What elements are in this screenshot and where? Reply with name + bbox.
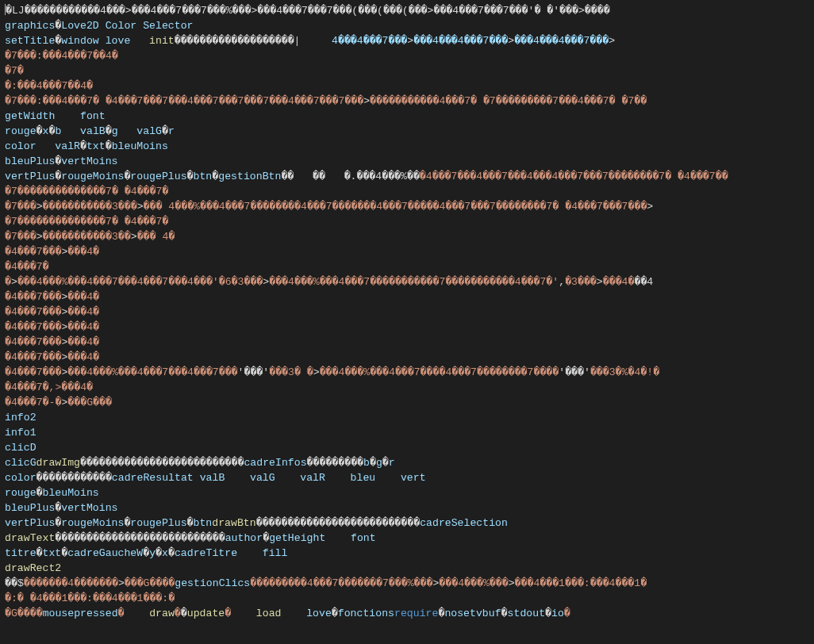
code-token: ��� 4�	[137, 231, 175, 243]
code-token: �4���7�-�	[5, 397, 61, 408]
code-token: �4���7���	[5, 366, 61, 378]
code-token: ���G���	[67, 397, 112, 408]
code-line: �4���7���>���4�	[5, 291, 99, 303]
code-line: �4���7���>���4���%���4���7���4���7���'��…	[5, 366, 659, 378]
code-line: �7��������������7� �4���7�	[5, 216, 168, 228]
code-token: �4���7���	[5, 306, 61, 318]
code-token: �	[36, 125, 43, 137]
code-token: �7�	[5, 65, 24, 77]
code-token: �	[36, 487, 43, 499]
code-line: ��$�������4�������>���G����gestionClics�…	[5, 577, 647, 589]
code-token: drawImg	[36, 457, 80, 469]
code-line: setTitle�window love init���������������…	[5, 35, 615, 47]
code-token: >	[609, 35, 615, 47]
code-token: io	[551, 608, 564, 619]
code-token: �4���7���	[5, 336, 61, 348]
code-token: �	[162, 125, 168, 137]
code-token: ���4���%��	[320, 366, 382, 378]
code-token: drawRect2	[5, 562, 61, 574]
code-token	[36, 140, 56, 152]
code-token: ���4	[67, 321, 93, 333]
code-token	[231, 608, 256, 619]
code-token: ���4���4���7���	[413, 35, 508, 47]
code-token: �7���:���4���7��4�	[5, 50, 118, 62]
code-token: 4���4���7���	[332, 35, 407, 47]
code-token: rougePlus	[130, 171, 186, 182]
code-token: �����������4���7� �7���������7���4���7� …	[370, 95, 647, 107]
code-token: rougeMoins	[61, 517, 124, 529]
code-line: �7�	[5, 65, 24, 77]
code-token: ���4���1���:���4���1�	[515, 577, 647, 589]
code-token: ���4�	[67, 291, 99, 303]
code-token: ���4���4���7���	[514, 35, 609, 47]
code-token: �4���7���4���7���4���4���7���7��������7�…	[420, 171, 728, 182]
code-token: ���4���%���4���7�����������7�����������4…	[269, 276, 559, 288]
code-token: �	[187, 171, 194, 182]
code-token: �	[564, 608, 570, 619]
code-line: �4���7���>���4�	[5, 336, 99, 348]
code-token: gestionClics	[175, 577, 250, 589]
code-token: �4���7����4���7��������7����	[382, 366, 559, 378]
code-token: btn	[194, 517, 213, 529]
code-token: �	[501, 608, 508, 619]
code-token: vertPlus	[5, 517, 55, 529]
code-token: Love2D Color Selector	[61, 20, 193, 32]
code-token: �4���7���4���7���4���'�6�3���	[80, 276, 263, 288]
code-token: �	[168, 547, 175, 559]
code-token	[194, 472, 200, 484]
code-token: ������������	[36, 472, 112, 484]
code-token: �� ��	[281, 171, 344, 182]
code-line: �4���7���>���4�	[5, 306, 99, 318]
code-line: titre�txt�cadreGaucheW�y�x�cadreTitre fi…	[5, 547, 287, 559]
code-token: �	[143, 547, 149, 559]
code-token: �7���	[5, 201, 36, 213]
code-token: �	[332, 608, 338, 619]
code-line: �7���:���4���7��4�	[5, 50, 118, 62]
code-token: ���4���%���	[439, 577, 508, 589]
code-token: �	[175, 608, 181, 619]
code-token: >	[118, 577, 125, 589]
code-token	[55, 110, 80, 122]
code-token: rouge	[5, 487, 36, 499]
code-token: ���4���%��	[67, 366, 130, 378]
code-token: ���������������������������	[55, 532, 225, 544]
code-token: �G����	[5, 608, 43, 619]
code-token: ���3�%�4�!�	[590, 366, 659, 378]
code-token: �	[93, 321, 99, 333]
code-token: txt	[86, 140, 106, 152]
code-token: init	[149, 35, 175, 47]
code-token: �	[80, 140, 86, 152]
code-token: valR	[55, 140, 80, 152]
code-token: drawBtn	[212, 517, 255, 529]
code-token: font	[80, 110, 106, 122]
code-token: gestionBtn	[218, 171, 281, 182]
code-token: x	[162, 547, 168, 559]
code-token: valG	[136, 125, 162, 137]
code-line: �4���7�	[5, 261, 49, 273]
code-line: bleuPlus�vertMoins	[5, 502, 118, 514]
code-token: �3���	[565, 276, 597, 288]
code-line: info2	[5, 412, 36, 424]
code-token: �	[156, 547, 162, 559]
code-token: �7���	[5, 231, 36, 243]
code-token: author	[225, 532, 263, 544]
code-token: >	[363, 95, 370, 107]
code-token: txt	[43, 547, 62, 559]
code-line: drawText���������������������������autho…	[5, 532, 376, 544]
code-token: rouge	[5, 125, 36, 137]
code-token: ��������������������������	[80, 457, 244, 469]
code-token: ���4�	[603, 276, 635, 288]
code-token: '���'	[238, 366, 270, 378]
code-token: ���4�	[67, 306, 99, 318]
code-token: info1	[5, 427, 36, 439]
code-token: vertMoins	[61, 155, 117, 167]
code-token: >	[36, 231, 43, 243]
code-token: love	[306, 608, 332, 619]
code-token: font	[351, 532, 376, 544]
code-line: �:� �4���1���:���4���1���:�	[5, 592, 175, 604]
code-token: ���������	[307, 457, 363, 469]
code-editor-view[interactable]: �LJ������������4���>���4���7���7���%���>…	[0, 0, 814, 624]
code-token	[125, 608, 150, 619]
code-token	[130, 35, 149, 47]
code-token: graphics	[5, 20, 55, 32]
